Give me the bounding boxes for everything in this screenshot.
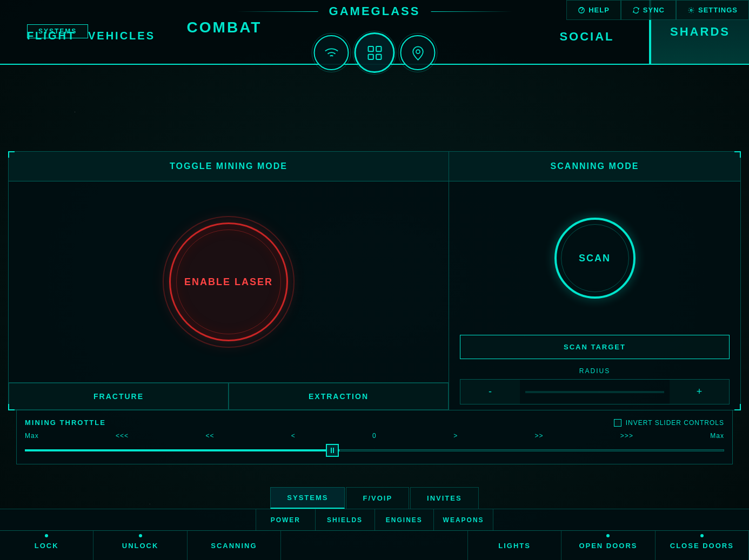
marker-max-right: Max [710,432,724,440]
location-icon [410,45,425,60]
nav-left: FLIGHT VEHICLES [16,30,157,42]
corner-bl [8,404,15,410]
radius-section: RADIUS - + [449,365,740,410]
svg-rect-3 [376,46,381,51]
enable-laser-button[interactable]: ENABLE LASER [169,222,288,341]
corner-tr [734,151,741,158]
fracture-button[interactable]: FRACTURE [9,383,229,410]
nav-scanning[interactable]: SCANNING [188,531,281,560]
settings-icon [687,6,695,14]
main-content: TOGGLE MINING MODE ENABLE LASER FRACTURE… [8,151,741,530]
svg-rect-5 [376,54,381,59]
radius-minus-button[interactable]: - [460,380,520,404]
marker-l: < [291,432,296,440]
subtab-power[interactable]: POWER [256,509,316,530]
radius-slider-track[interactable] [525,391,664,393]
tab-fvoip[interactable]: F/VOIP [346,487,409,509]
scan-area: SCAN [449,181,740,335]
throttle-label: MINING THROTTLE [25,419,106,427]
tab-systems[interactable]: SYSTEMS [270,487,345,509]
open-doors-dot [606,534,610,537]
unlock-dot [139,534,142,537]
throttle-track [25,442,724,458]
logo-text: GAMEGLASS [318,0,431,23]
center-icons [314,32,436,73]
bottom-nav: LOCK UNLOCK SCANNING LIGHTS OPEN DOORS C… [0,530,749,560]
help-icon [578,6,585,14]
throttle-section: MINING THROTTLE INVERT SLIDER CONTROLS M… [16,410,733,464]
logo-game: GAME [329,4,371,18]
svg-rect-4 [368,54,373,59]
subtab-engines[interactable]: ENGINES [375,509,434,530]
wifi-icon [324,45,339,60]
radius-label: RADIUS [460,367,730,375]
invert-controls: INVERT SLIDER CONTROLS [614,419,724,427]
lock-dot [45,534,48,537]
nav-item-vehicles[interactable]: VEHICLES [86,30,157,42]
sync-button[interactable]: SYNC [621,0,676,20]
nav-spacer [281,531,468,560]
nav-lock[interactable]: LOCK [0,531,93,560]
marker-r: > [453,432,458,440]
nav-close-doors[interactable]: CLOSE DOORS [656,531,749,560]
throttle-handle-line-2 [333,448,334,453]
nav-item-social-container: SOCIAL [533,30,641,44]
subtab-shields[interactable]: SHIELDS [316,509,375,530]
close-doors-dot [700,534,704,537]
marker-rrr: >>> [620,432,633,440]
throttle-header: MINING THROTTLE INVERT SLIDER CONTROLS [25,419,724,427]
subtabs-row: POWER SHIELDS ENGINES WEAPONS [0,509,749,530]
tab-invites[interactable]: INVITES [410,487,479,509]
scanning-mode-button[interactable]: SCANNING MODE [449,152,740,181]
marker-rr: >> [535,432,544,440]
tabs-row: SYSTEMS F/VOIP INVITES [0,487,749,509]
nav-open-doors[interactable]: OPEN DOORS [561,531,655,560]
toggle-mining-button[interactable]: TOGGLE MINING MODE [9,152,449,181]
logo-line-right [431,11,512,12]
settings-button[interactable]: SETTINGS [676,0,749,20]
bottom-tabs: SYSTEMS F/VOIP INVITES POWER SHIELDS ENG… [0,487,749,530]
throttle-handle[interactable] [326,444,339,457]
help-button[interactable]: HELP [566,0,621,20]
subtabs-container: POWER SHIELDS ENGINES WEAPONS [256,509,493,530]
panel-container: TOGGLE MINING MODE ENABLE LASER FRACTURE… [8,151,741,410]
top-bar: HELP SYNC SETTINGS [566,0,749,20]
svg-point-1 [690,9,692,11]
radius-controls: - + [460,379,730,404]
throttle-markers: Max <<< << < 0 > >> >>> Max [25,432,724,440]
bottom-buttons: FRACTURE EXTRACTION [9,382,449,410]
bottom-tabs-wrapper: SYSTEMS F/VOIP INVITES POWER SHIELDS ENG… [0,487,749,530]
grid-icon-btn[interactable] [355,32,395,73]
wifi-icon-btn[interactable] [314,35,349,70]
corner-br [734,404,741,410]
sync-icon [632,6,640,14]
nav-lights[interactable]: LIGHTS [468,531,561,560]
scan-target-button[interactable]: SCAN TARGET [460,335,730,359]
throttle-bar-fill [25,449,339,451]
radius-plus-button[interactable]: + [670,380,729,404]
logo-line-left [237,11,318,12]
nav-item-flight[interactable]: FLIGHT [16,30,86,42]
laser-area: ENABLE LASER [9,181,449,382]
invert-checkbox[interactable] [614,419,621,427]
extraction-button[interactable]: EXTRACTION [229,383,449,410]
invert-label: INVERT SLIDER CONTROLS [626,419,724,427]
subtab-weapons[interactable]: WEAPONS [434,509,493,530]
throttle-handle-lines [331,448,334,453]
nav-item-social[interactable]: SOCIAL [533,30,641,44]
marker-0: 0 [372,432,377,440]
nav-unlock[interactable]: UNLOCK [93,531,187,560]
left-panel: TOGGLE MINING MODE ENABLE LASER FRACTURE… [9,152,449,410]
scan-button[interactable]: SCAN [554,218,636,299]
marker-lll: <<< [116,432,129,440]
corner-tl [8,151,15,158]
right-panel: SCANNING MODE SCAN SCAN TARGET RADIUS - [449,152,740,410]
svg-point-6 [416,50,420,53]
location-icon-btn[interactable] [400,35,436,70]
logo-glass: GLASS [371,4,420,18]
marker-max-left: Max [25,432,39,440]
svg-rect-2 [368,46,373,51]
marker-ll: << [205,432,214,440]
grid-icon [366,44,383,62]
logo-container: GAMEGLASS [237,0,512,23]
